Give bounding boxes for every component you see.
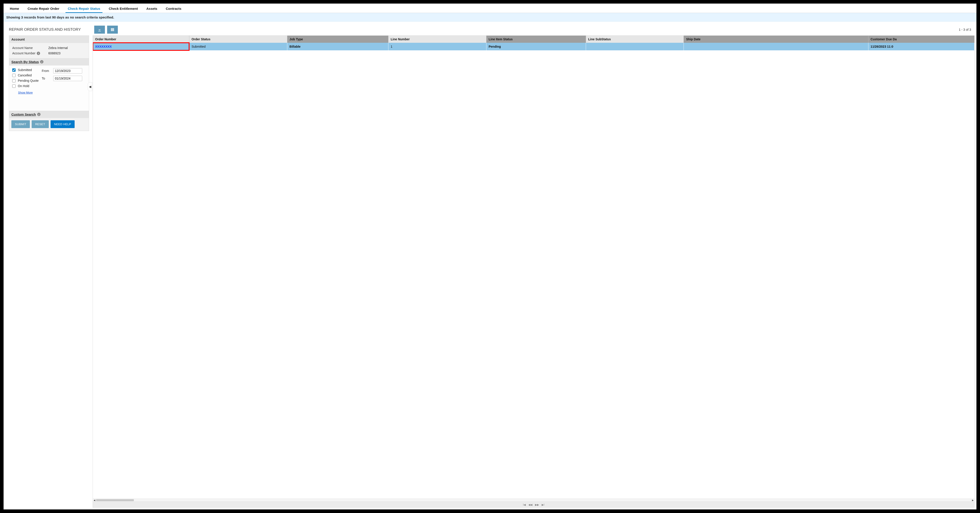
- info-icon[interactable]: i: [40, 60, 43, 64]
- download-icon: [97, 27, 102, 32]
- table-cell: Pending: [486, 43, 586, 50]
- scroll-right-arrow[interactable]: ▶: [971, 499, 974, 502]
- account-section-header: Account: [9, 36, 89, 43]
- table-header-row: Order NumberOrder StatusJob TypeLine Num…: [93, 36, 974, 43]
- date-to-row: To: [41, 76, 82, 81]
- status-option-label: Submitted: [18, 68, 32, 72]
- scroll-left-arrow[interactable]: ◀: [93, 499, 96, 502]
- page-title: REPAIR ORDER STATUS AND HISTORY: [9, 27, 81, 32]
- status-option-label: Cancelled: [18, 73, 32, 77]
- status-options: SubmittedCancelledPending QuoteOn HoldSh…: [12, 68, 38, 94]
- download-button[interactable]: [94, 25, 105, 33]
- tab-create-repair-order[interactable]: Create Repair Order: [27, 5, 60, 13]
- col-order-status[interactable]: Order Status: [189, 36, 287, 43]
- col-order-number[interactable]: Order Number: [93, 36, 189, 43]
- columns-icon: [110, 27, 115, 32]
- status-option-submitted[interactable]: Submitted: [12, 68, 38, 72]
- to-label: To: [41, 76, 51, 80]
- pager-prev-icon[interactable]: ◀◀: [528, 503, 532, 506]
- account-section: Account Name Zebra Internal Account Numb…: [9, 43, 89, 58]
- account-number-value: 6088923: [48, 51, 60, 55]
- tab-check-repair-status[interactable]: Check Repair Status: [67, 5, 101, 13]
- horizontal-scrollbar[interactable]: ◀ ▶: [93, 499, 974, 502]
- status-section: SubmittedCancelledPending QuoteOn HoldSh…: [9, 65, 89, 97]
- status-checkbox[interactable]: [12, 69, 16, 72]
- table-row[interactable]: XXXXXXXXSubmittedBillable1Pending11/26/2…: [93, 43, 974, 50]
- tab-check-entitlement[interactable]: Check Entitlement: [108, 5, 139, 13]
- account-name-value: Zebra Internal: [48, 46, 68, 50]
- table-cell: Billable: [287, 43, 388, 50]
- col-line-item-status[interactable]: Line Item Status: [486, 36, 586, 43]
- col-line-number[interactable]: Line Number: [388, 36, 486, 43]
- status-option-label: Pending Quote: [18, 79, 38, 83]
- status-section-header[interactable]: Search By Status i: [9, 58, 89, 65]
- pager: I◀ ◀◀ ▶▶ ▶I: [93, 502, 974, 507]
- columns-button[interactable]: [107, 25, 118, 33]
- record-range: 1 - 3 of 3: [959, 28, 971, 32]
- account-name-row: Account Name Zebra Internal: [12, 45, 86, 51]
- table-cell: [586, 43, 684, 50]
- table-cell: XXXXXXXX: [93, 43, 189, 50]
- table-cell: 1: [388, 43, 486, 50]
- grid-scroll[interactable]: Order NumberOrder StatusJob TypeLine Num…: [93, 36, 974, 499]
- need-help-button[interactable]: NEED HELP: [51, 120, 75, 128]
- account-number-label: Account Number i: [12, 51, 46, 55]
- scroll-thumb[interactable]: [96, 499, 134, 501]
- table-cell: Submitted: [189, 43, 287, 50]
- grid-wrap: Order NumberOrder StatusJob TypeLine Num…: [93, 35, 975, 508]
- info-icon[interactable]: i: [37, 52, 40, 55]
- table-cell: 11/26/2023 11:0: [868, 43, 974, 50]
- body: Account Account Name Zebra Internal Acco…: [3, 35, 977, 510]
- app-root: HomeCreate Repair OrderCheck Repair Stat…: [3, 3, 977, 510]
- spacer: [9, 97, 89, 111]
- filter-sidebar: Account Account Name Zebra Internal Acco…: [9, 35, 89, 508]
- show-more-link[interactable]: Show More: [12, 89, 38, 94]
- pager-last-icon[interactable]: ▶I: [542, 503, 544, 506]
- info-icon[interactable]: i: [37, 113, 41, 116]
- to-date-input[interactable]: [53, 76, 82, 81]
- results-table: Order NumberOrder StatusJob TypeLine Num…: [93, 36, 974, 50]
- pager-first-icon[interactable]: I◀: [523, 503, 526, 506]
- status-checkbox[interactable]: [12, 79, 16, 83]
- col-line-substatus[interactable]: Line SubStatus: [586, 36, 684, 43]
- account-name-label: Account Name: [12, 46, 46, 50]
- status-option-label: On Hold: [18, 84, 29, 88]
- filter-panel: Account Account Name Zebra Internal Acco…: [9, 35, 89, 131]
- status-checkbox[interactable]: [12, 74, 16, 77]
- chevron-left-icon: ◀: [89, 85, 91, 88]
- info-banner: Showing 3 records from last 90 days as n…: [3, 13, 977, 22]
- topbar: REPAIR ORDER STATUS AND HISTORY 1 - 3 of…: [3, 22, 977, 35]
- submit-button[interactable]: SUBMIT: [11, 120, 30, 128]
- tab-home[interactable]: Home: [9, 5, 20, 13]
- toolbar: [94, 25, 118, 33]
- tab-contracts[interactable]: Contracts: [165, 5, 182, 13]
- status-option-on-hold[interactable]: On Hold: [12, 84, 38, 88]
- account-number-row: Account Number i 6088923: [12, 51, 86, 56]
- action-buttons: SUBMIT RESET NEED HELP: [9, 118, 89, 131]
- custom-search-header[interactable]: Custom Search i: [9, 111, 89, 118]
- reset-button[interactable]: RESET: [32, 120, 49, 128]
- table-cell: [684, 43, 868, 50]
- date-from-row: From: [41, 68, 82, 73]
- from-label: From: [41, 69, 51, 73]
- from-date-input[interactable]: [53, 68, 82, 73]
- sidebar-collapse-handle[interactable]: ◀: [88, 82, 92, 91]
- status-option-pending-quote[interactable]: Pending Quote: [12, 79, 38, 83]
- col-ship-date[interactable]: Ship Date: [684, 36, 868, 43]
- results-pane: Order NumberOrder StatusJob TypeLine Num…: [93, 35, 975, 508]
- content: REPAIR ORDER STATUS AND HISTORY 1 - 3 of…: [3, 22, 977, 510]
- col-job-type[interactable]: Job Type: [287, 36, 388, 43]
- col-customer-due-da[interactable]: Customer Due Da: [868, 36, 974, 43]
- nav-tabs: HomeCreate Repair OrderCheck Repair Stat…: [3, 3, 977, 13]
- status-checkbox[interactable]: [12, 84, 16, 88]
- order-number-link[interactable]: XXXXXXXX: [95, 45, 112, 48]
- tab-assets[interactable]: Assets: [145, 5, 158, 13]
- date-range: From To: [41, 68, 82, 94]
- status-option-cancelled[interactable]: Cancelled: [12, 73, 38, 77]
- pager-next-icon[interactable]: ▶▶: [535, 503, 539, 506]
